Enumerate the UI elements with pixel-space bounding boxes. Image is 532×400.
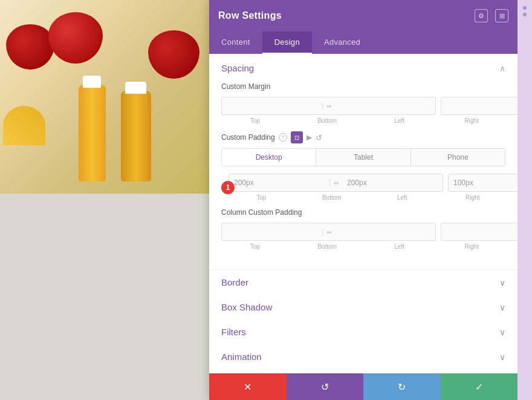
tab-tablet[interactable]: Tablet [316,149,410,166]
cancel-icon: ✕ [244,381,251,393]
device-tabs: Desktop Tablet Phone [221,148,505,166]
border-section[interactable]: Border ∨ [209,270,517,295]
step-badge: 1 [221,181,235,194]
padding-labels: Top Bottom Left Right [229,194,505,201]
tab-advanced[interactable]: Advanced [312,31,372,54]
panel-footer: ✕ ↺ ↻ ✓ [209,373,517,400]
collapsible-sections: Border ∨ Box Shadow ∨ Filters ∨ Animatio… [209,269,517,369]
padding-top-bottom-row: ⇔ ⇔ [229,174,505,192]
background-top [0,0,212,194]
tab-desktop[interactable]: Desktop [222,149,316,166]
right-strip [517,0,532,400]
margin-right-label: Right [438,117,506,124]
animation-label: Animation [221,352,262,362]
box-shadow-section[interactable]: Box Shadow ∨ [209,295,517,320]
strip-dot [523,13,527,16]
box-shadow-label: Box Shadow [221,302,272,312]
custom-margin-label: Custom Margin [221,82,505,91]
cancel-button[interactable]: ✕ [209,373,287,400]
undo-button[interactable]: ↺ [287,373,364,400]
padding-bottom-label: Bottom [299,194,365,201]
animation-chevron: ∨ [499,352,505,362]
col-padding-left-right: ⇔ [441,223,517,241]
apple-decoration [148,30,199,79]
col-padding-left[interactable] [441,223,517,240]
arrow-icon[interactable]: ▶ [307,133,312,142]
padding-top-input[interactable] [229,174,329,191]
bottle-decoration [79,85,106,182]
margin-top-label: Top [221,117,289,124]
desktop-icon[interactable]: ⊡ [291,131,303,143]
margin-left-input[interactable] [441,97,517,114]
col-left-label: Left [366,243,433,250]
redo-button[interactable]: ↻ [363,373,441,400]
header-icons: ⚙ ⊞ [475,9,508,22]
tab-design[interactable]: Design [262,31,312,54]
margin-left-label: Left [366,117,433,124]
padding-left-input[interactable] [449,174,517,191]
reset-icon[interactable]: ↺ [316,133,322,142]
padding-left-right: ⇔ [448,174,517,192]
spacing-collapse-icon[interactable]: ∧ [499,64,505,73]
padding-label-row: Custom Padding ? ⊡ ▶ ↺ [221,131,505,143]
background-area [0,0,212,400]
save-button[interactable]: ✓ [441,373,518,400]
filters-section[interactable]: Filters ∨ [209,320,517,344]
settings-icon-btn[interactable]: ⚙ [475,9,488,22]
margin-input-row: ⇔ ⇔ [221,97,505,115]
margin-left-right: ⇔ [441,97,517,115]
apple-decoration [48,12,103,64]
filters-label: Filters [221,327,246,337]
background-bottom [0,194,212,400]
col-top-label: Top [221,243,289,250]
column-padding-label: Column Custom Padding [221,208,505,217]
row-settings-panel: Row Settings ⚙ ⊞ Content Design Advanced… [209,0,517,400]
column-padding-group: Column Custom Padding ⇔ ⇔ Top Bot [221,208,505,250]
animation-section[interactable]: Animation ∨ [209,344,517,369]
custom-padding-group: Custom Padding ? ⊡ ▶ ↺ Desktop Tablet Ph… [221,131,505,201]
border-chevron: ∨ [499,278,505,287]
col-bottom-label: Bottom [294,243,362,250]
bottle-cap [83,76,101,88]
padding-right-label: Right [440,194,506,201]
bottle-cap [125,82,146,94]
padding-fields-container: 1 ⇔ ⇔ [229,174,505,201]
apple-half-decoration [3,106,45,145]
padding-top-bottom: ⇔ [229,174,443,192]
tab-content[interactable]: Content [209,31,262,54]
filters-chevron: ∨ [499,327,505,337]
strip-dot [523,6,527,10]
border-label: Border [221,277,248,287]
margin-labels: Top Bottom Left Right [221,117,505,124]
columns-icon: ⊞ [499,12,505,20]
settings-icon: ⚙ [478,12,484,20]
custom-margin-group: Custom Margin ⇔ ⇔ Top Bottom [221,82,505,124]
col-padding-top[interactable] [222,223,322,240]
col-right-label: Right [438,243,506,250]
bottle-decoration [121,91,151,182]
margin-bottom-input[interactable] [335,97,435,114]
spacing-section: Spacing ∧ Custom Margin ⇔ ⇔ [209,54,517,269]
padding-top-label: Top [229,194,294,201]
columns-icon-btn[interactable]: ⊞ [495,9,508,22]
margin-link-icon[interactable]: ⇔ [322,103,335,110]
panel-content: Spacing ∧ Custom Margin ⇔ ⇔ [209,54,517,373]
panel-header: Row Settings ⚙ ⊞ [209,0,517,31]
apple-decoration [6,24,54,70]
col-link1[interactable]: ⇔ [322,229,335,235]
help-icon[interactable]: ? [279,133,287,142]
box-shadow-chevron: ∨ [499,303,505,312]
margin-top-input[interactable] [222,97,322,114]
margin-bottom-label: Bottom [294,117,362,124]
undo-icon: ↺ [321,381,329,393]
padding-tb-link[interactable]: ⇔ [329,180,342,186]
margin-top-bottom: ⇔ [221,97,436,115]
col-padding-bottom[interactable] [335,223,435,240]
custom-padding-label: Custom Padding [221,133,275,142]
padding-left-label: Left [369,194,435,201]
save-icon: ✓ [475,381,483,393]
col-padding-row: ⇔ ⇔ [221,223,505,241]
col-padding-top-bottom: ⇔ [221,223,436,241]
padding-bottom-input[interactable] [342,174,443,191]
tab-phone[interactable]: Phone [411,149,505,166]
